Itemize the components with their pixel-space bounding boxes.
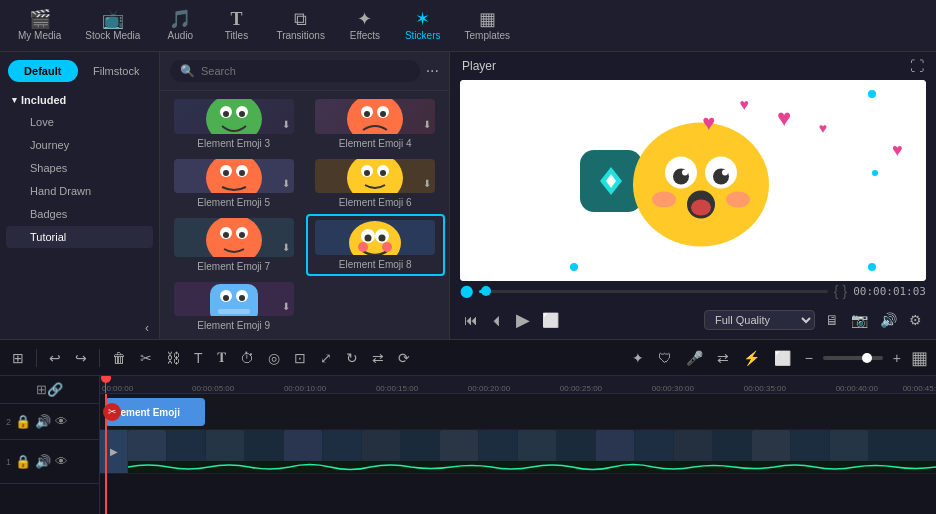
play-pause-button[interactable]: ▶ (514, 307, 532, 333)
more-options-button[interactable]: ··· (426, 62, 439, 80)
heart-1: ♥ (702, 110, 715, 136)
tl-undo-button[interactable]: ↩ (45, 348, 65, 368)
sticker-emoji3[interactable]: ⬇ Element Emoji 3 (164, 95, 304, 153)
tl-crop-button[interactable]: ⊡ (290, 348, 310, 368)
transitions-icon: ⧉ (294, 10, 307, 28)
svg-point-0 (206, 99, 262, 134)
timeline-playhead[interactable] (481, 286, 491, 296)
sticker-emoji9[interactable]: ⬇ Element Emoji 9 (164, 278, 304, 336)
tl-detach-button[interactable]: ⬜ (770, 348, 795, 368)
stickers-icon: ✶ (415, 10, 430, 28)
sidebar-item-love[interactable]: Love (6, 111, 153, 133)
sidebar-section-included[interactable]: ▾ Included (0, 90, 159, 110)
nav-effects[interactable]: ✦ Effects (339, 6, 391, 45)
nav-stickers[interactable]: ✶ Stickers (395, 6, 451, 45)
stop-button[interactable]: ⬜ (540, 310, 561, 330)
tl-delete-button[interactable]: 🗑 (108, 348, 130, 368)
add-media-icon[interactable]: ⊞ (36, 382, 47, 397)
search-box[interactable]: 🔍 (170, 60, 420, 82)
nav-templates[interactable]: ▦ Templates (455, 6, 521, 45)
nav-titles[interactable]: T Titles (210, 6, 262, 45)
nav-stock-media[interactable]: 📺 Stock Media (75, 6, 150, 45)
collapse-panel-button[interactable]: ‹ (139, 321, 155, 335)
rewind-button[interactable]: ⏮ (462, 310, 480, 330)
step-back-button[interactable]: ⏴ (488, 310, 506, 330)
tl-redo-button[interactable]: ↪ (71, 348, 91, 368)
sidebar-item-hand-drawn[interactable]: Hand Drawn (6, 180, 153, 202)
player-expand-button[interactable]: ⛶ (910, 58, 924, 74)
svg-point-9 (380, 111, 386, 117)
monitor-button[interactable]: 🖥 (823, 310, 841, 330)
trim-markers: { } (834, 283, 847, 299)
svg-point-36 (239, 295, 245, 301)
svg-point-14 (239, 170, 245, 176)
thumb-frame-13 (596, 430, 634, 462)
track-view-button[interactable]: ▦ (911, 347, 928, 369)
track-1-audio-icon[interactable]: 🔊 (35, 454, 51, 469)
tl-refresh-button[interactable]: ⟳ (394, 348, 414, 368)
zoom-slider-thumb[interactable] (862, 353, 872, 363)
thumb-frame-20 (869, 430, 907, 462)
player-scrubber-track[interactable] (479, 290, 828, 293)
screenshot-button[interactable]: 📷 (849, 310, 870, 330)
add-link-icon[interactable]: 🔗 (47, 382, 63, 397)
nav-my-media[interactable]: 🎬 My Media (8, 6, 71, 45)
tl-voice-button[interactable]: ⇄ (713, 348, 733, 368)
tl-font-button[interactable]: 𝐓 (213, 347, 230, 368)
track-2-eye-icon[interactable]: 👁 (55, 414, 68, 429)
thumb-frame-18 (791, 430, 829, 462)
search-input[interactable] (201, 65, 410, 77)
track-2-lock-icon[interactable]: 🔒 (15, 414, 31, 429)
tl-rotate-button[interactable]: ↻ (342, 348, 362, 368)
sidebar-item-journey[interactable]: Journey (6, 134, 153, 156)
sticker-emoji9-thumb: ⬇ (174, 282, 294, 317)
tab-default[interactable]: Default (8, 60, 78, 82)
svg-point-19 (380, 170, 386, 176)
timeline-toolbar: ⊞ ↩ ↪ 🗑 ✂ ⛓ T 𝐓 ⏱ ◎ ⊡ ⤢ ↻ ⇄ ⟳ ✦ 🛡 🎤 ⇄ ⚡ … (0, 340, 936, 376)
tl-magic-button[interactable]: ✦ (628, 348, 648, 368)
tab-filmstock[interactable]: Filmstock (82, 60, 152, 82)
track-1-eye-icon[interactable]: 👁 (55, 454, 68, 469)
tl-mic-button[interactable]: 🎤 (682, 348, 707, 368)
track-2-audio-icon[interactable]: 🔊 (35, 414, 51, 429)
svg-point-49 (652, 191, 676, 207)
nav-transitions[interactable]: ⧉ Transitions (266, 6, 335, 45)
sidebar-item-tutorial[interactable]: Tutorial (6, 226, 153, 248)
tl-grid-icon[interactable]: ⊞ (8, 348, 28, 368)
sticker-emoji6[interactable]: ⬇ Element Emoji 6 (306, 155, 446, 213)
timeline-tracks[interactable]: 00:00:00 00:00:05:00 00:00:10:00 00:00:1… (100, 376, 936, 514)
svg-point-31 (382, 242, 392, 252)
tl-timer-button[interactable]: ⏱ (236, 348, 258, 368)
tl-shield-button[interactable]: 🛡 (654, 348, 676, 368)
volume-button[interactable]: 🔊 (878, 310, 899, 330)
sticker-emoji7[interactable]: ⬇ Element Emoji 7 (164, 214, 304, 276)
thumb-frame-2 (167, 430, 205, 462)
quality-select[interactable]: Full Quality High Quality Medium Quality… (704, 310, 815, 330)
sticker-emoji5[interactable]: ⬇ Element Emoji 5 (164, 155, 304, 213)
my-media-label: My Media (18, 30, 61, 41)
tl-split-button[interactable]: ✂ (136, 348, 156, 368)
ruler-mark-10: 00:00:10:00 (284, 384, 326, 393)
tl-eq-button[interactable]: ⚡ (739, 348, 764, 368)
sticker-emoji8[interactable]: Element Emoji 8 (306, 214, 446, 276)
settings-button[interactable]: ⚙ (907, 310, 924, 330)
tl-text-button[interactable]: T (190, 348, 207, 368)
sticker-emoji4[interactable]: ⬇ Element Emoji 4 (306, 95, 446, 153)
track-1-lock-icon[interactable]: 🔒 (15, 454, 31, 469)
tl-link-button[interactable]: ⛓ (162, 348, 184, 368)
zoom-slider[interactable] (823, 356, 883, 360)
tl-group-button[interactable]: ◎ (264, 348, 284, 368)
sidebar-item-badges[interactable]: Badges (6, 203, 153, 225)
heart-4: ♥ (819, 120, 827, 136)
tl-plus-button[interactable]: + (889, 348, 905, 368)
sidebar-item-shapes[interactable]: Shapes (6, 157, 153, 179)
nav-audio[interactable]: 🎵 Audio (154, 6, 206, 45)
playback-controls: ⏮ ⏴ ▶ ⬜ (462, 307, 561, 333)
tl-sep-2 (99, 349, 100, 367)
sidebar-tabs: Default Filmstock (0, 52, 159, 82)
handle-tr (868, 90, 876, 98)
tl-transform-button[interactable]: ⤢ (316, 348, 336, 368)
svg-point-18 (364, 170, 370, 176)
tl-minus-button[interactable]: − (801, 348, 817, 368)
tl-flip-button[interactable]: ⇄ (368, 348, 388, 368)
